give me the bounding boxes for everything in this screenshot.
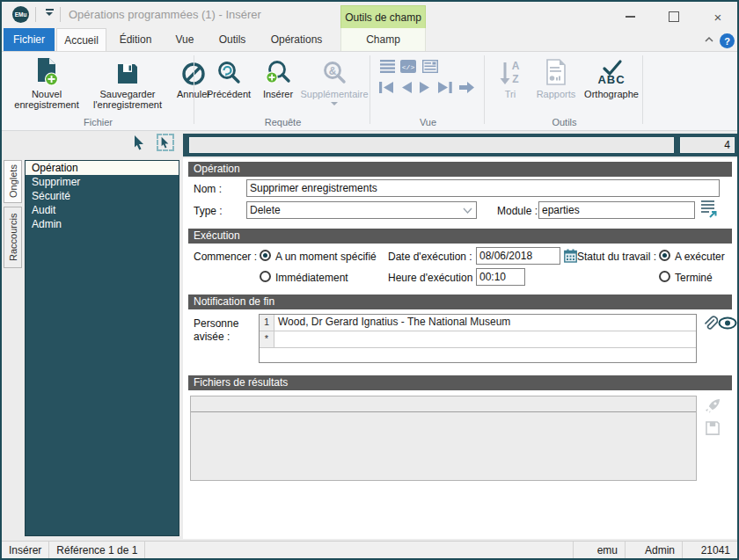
new-record-button[interactable]: Nouvel enregistrement: [9, 55, 84, 110]
sidebar-item-audit[interactable]: Audit: [26, 203, 179, 217]
view-details-button[interactable]: [422, 60, 438, 76]
nom-field[interactable]: [246, 179, 720, 197]
section-header-execution: Exécution: [188, 229, 732, 244]
radio-termine[interactable]: [659, 271, 670, 282]
table-row[interactable]: 1 Wood, Dr Gerard Ignatius - The Nationa…: [260, 315, 696, 331]
ribbon-group-requete: Précédent Insérer: [195, 52, 370, 130]
nav-first-button[interactable]: [378, 81, 395, 97]
personne-avisee-label: avisée :: [194, 331, 230, 343]
tab-operations[interactable]: Opérations: [262, 28, 331, 51]
status-server: emu: [573, 542, 625, 558]
notified-person-cell[interactable]: Wood, Dr Gerard Ignatius - The National …: [274, 315, 696, 331]
svg-text:</>: </>: [402, 63, 415, 71]
maximize-button[interactable]: [662, 9, 686, 25]
reports-button[interactable]: Rapports: [531, 55, 581, 99]
view-record-icon[interactable]: [718, 316, 737, 332]
maximize-icon: [669, 11, 679, 22]
save-file-icon[interactable]: [705, 420, 721, 439]
sidebar-item-operation[interactable]: Opération: [26, 161, 179, 175]
record-count-field[interactable]: 4: [680, 137, 735, 153]
form-panel: Opération Nom : Type : Delete Module : E…: [183, 158, 737, 539]
notified-person-cell[interactable]: [274, 331, 696, 347]
section-header-operation: Opération: [188, 162, 732, 177]
type-select[interactable]: Delete: [246, 201, 477, 219]
new-record-icon: [35, 55, 59, 86]
view-code-button[interactable]: </>: [400, 60, 416, 76]
minimize-icon: [626, 16, 635, 18]
quick-access-dropdown-icon[interactable]: [44, 9, 55, 21]
results-files-list[interactable]: [190, 396, 697, 481]
nav-next-button[interactable]: [418, 81, 432, 97]
status-bar: Insérer Référence 1 de 1 emu Admin 21041: [2, 541, 737, 558]
tab-vue[interactable]: Vue: [167, 28, 202, 51]
sidebar-item-admin[interactable]: Admin: [26, 217, 179, 231]
sidebar-item-supprimer[interactable]: Supprimer: [26, 175, 179, 189]
view-summary-button[interactable]: [380, 60, 395, 76]
insert-button[interactable]: Insérer: [257, 55, 299, 99]
tab-list-panel: Opération Supprimer Sécurité Audit Admin: [25, 160, 179, 536]
select-pointer-icon[interactable]: [132, 135, 146, 153]
search-insert-icon: [265, 55, 291, 86]
more-query-label: Supplémentaire: [300, 89, 368, 99]
spellcheck-icon: ABC: [592, 55, 631, 86]
radio-moment-specifie[interactable]: [260, 250, 271, 261]
tab-accueil[interactable]: Accueil: [56, 28, 106, 51]
nav-previous-button[interactable]: [399, 81, 413, 97]
radio-a-executer-label: A exécuter: [675, 251, 725, 263]
sidebar-item-securite[interactable]: Sécurité: [26, 189, 179, 203]
svg-text:&: &: [329, 65, 337, 77]
sidebar-tab-raccourcis[interactable]: Raccourcis: [4, 207, 22, 268]
more-query-button[interactable]: & Supplémentaire: [299, 55, 370, 105]
close-button[interactable]: ×: [706, 9, 730, 25]
ribbon: Nouvel enregistrement Sauvegarder l'enre…: [2, 52, 737, 131]
tab-edition[interactable]: Édition: [113, 28, 158, 51]
ribbon-tab-row: Fichier Accueil Édition Vue Outils Opéra…: [2, 28, 737, 52]
tab-champ[interactable]: Champ: [340, 28, 426, 51]
emu-logo-icon[interactable]: EMu: [12, 6, 29, 23]
select-all-icon[interactable]: [157, 134, 174, 151]
nav-last-button[interactable]: [436, 81, 453, 97]
tab-outils[interactable]: Outils: [209, 28, 255, 51]
launch-icon[interactable]: [704, 397, 721, 418]
radio-immediat-label: Immédiatement: [275, 272, 348, 284]
statut-travail-label: Statut du travail :: [577, 251, 656, 263]
radio-immediatement[interactable]: [260, 271, 271, 282]
radio-a-executer[interactable]: [659, 250, 670, 261]
help-button[interactable]: ?: [720, 33, 735, 48]
attach-module-icon[interactable]: [701, 200, 718, 221]
search-more-icon: &: [321, 55, 348, 86]
summary-bar: 4: [183, 134, 737, 156]
chevron-down-icon: [331, 102, 338, 105]
heure-execution-label: Heure d'exécution :: [388, 272, 479, 284]
table-row[interactable]: *: [260, 331, 696, 348]
sidebar-tab-onglets[interactable]: Onglets: [4, 160, 22, 203]
spelling-button[interactable]: ABC Orthographe: [581, 55, 642, 99]
heure-execution-field[interactable]: [476, 268, 525, 286]
sort-button[interactable]: A Z Tri: [491, 55, 530, 99]
status-session: 21041: [682, 542, 737, 558]
section-header-notification: Notification de fin: [188, 295, 732, 309]
minimize-button[interactable]: [618, 9, 642, 25]
row-number-cell: *: [260, 331, 274, 347]
previous-query-button[interactable]: Précédent: [202, 55, 255, 99]
date-execution-label: Date d'exécution :: [388, 251, 472, 263]
collapse-ribbon-icon[interactable]: [702, 33, 716, 46]
module-field[interactable]: [538, 201, 695, 219]
date-execution-field[interactable]: [476, 247, 560, 265]
ribbon-group-label: Outils: [486, 117, 643, 127]
calendar-icon[interactable]: [564, 249, 577, 265]
chevron-down-icon: [463, 207, 472, 214]
status-reference: Référence 1 de 1: [49, 542, 145, 558]
svg-text:A: A: [512, 60, 520, 72]
type-value: Delete: [250, 204, 281, 216]
summary-field[interactable]: [189, 137, 674, 153]
nav-goto-button[interactable]: [458, 81, 475, 97]
tab-fichier[interactable]: Fichier: [4, 28, 55, 51]
svg-text:ABC: ABC: [597, 73, 625, 86]
save-record-button[interactable]: Sauvegarder l'enregistrement: [86, 55, 169, 110]
ribbon-group-label: Requête: [195, 117, 370, 127]
attach-icon[interactable]: [700, 315, 718, 335]
divider: [35, 7, 36, 22]
insert-label: Insérer: [263, 89, 293, 99]
previous-query-label: Précédent: [207, 89, 251, 99]
